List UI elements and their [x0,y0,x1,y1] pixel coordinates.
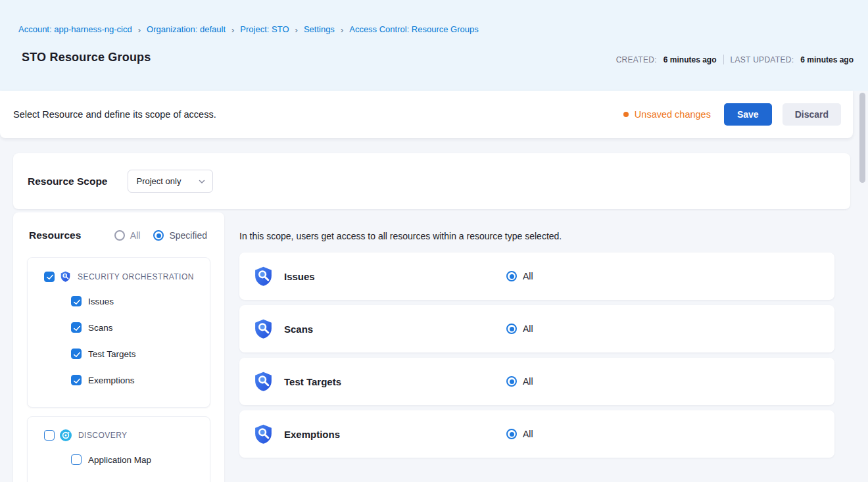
access-all-label: All [523,324,533,334]
unsaved-changes-dot-icon [623,112,629,117]
discovery-icon [60,429,72,441]
created-label: CREATED: [616,55,657,64]
sto-shield-icon [253,318,274,340]
vertical-scrollbar-thumb[interactable] [859,93,865,183]
breadcrumb: Account: app-harness-ng-cicd Organizatio… [18,24,479,34]
resource-row-label: Exemptions [284,429,340,440]
scans-checkbox[interactable] [71,322,82,333]
access-all-radio[interactable] [506,324,517,334]
mode-specified-radio[interactable] [153,230,164,241]
application-map-checkbox[interactable] [71,454,82,465]
discovery-checkbox[interactable] [44,430,55,441]
access-all-label: All [523,376,533,387]
access-all-option[interactable]: All [506,271,533,281]
mode-specified-label: Specified [169,230,207,241]
access-all-label: All [523,429,533,439]
resource-scope-card: Resource Scope Project only [13,153,850,209]
resource-scope-value: Project only [136,176,181,186]
mode-all-option[interactable]: All [114,230,141,241]
mode-all-radio[interactable] [114,230,125,241]
issues-checkbox[interactable] [71,296,82,306]
access-all-option[interactable]: All [506,324,533,334]
resource-row-issues: Issues All [239,253,834,300]
mode-all-label: All [130,230,141,241]
group-name: DISCOVERY [78,431,128,440]
access-all-label: All [523,271,533,281]
breadcrumb-account-link[interactable]: Account: app-harness-ng-cicd [18,24,132,34]
resources-sidebar: Resources All Specified SECURITY ORCHEST… [13,212,224,482]
access-all-radio[interactable] [506,376,517,387]
unsaved-changes-text: Unsaved changes [635,109,711,120]
sto-shield-icon [253,423,274,445]
resources-mode-radio-group: All Specified [114,230,207,241]
security-orchestration-checkbox[interactable] [44,272,55,282]
resource-item-test-targets[interactable]: Test Targets [71,341,203,367]
resource-row-scans: Scans All [239,305,834,352]
breadcrumb-separator-icon [341,25,343,34]
resource-group-security-orchestration: SECURITY ORCHESTRATION Issues Scans Test… [27,257,210,408]
scope-instruction-text: In this scope, users get access to all r… [239,231,562,241]
mode-specified-option[interactable]: Specified [153,230,207,241]
breadcrumb-organization-link[interactable]: Organization: default [147,24,226,34]
resource-scope-label: Resource Scope [28,176,107,187]
resources-title: Resources [29,229,81,241]
discard-button[interactable]: Discard [783,103,841,126]
breadcrumb-resource-groups-link[interactable]: Access Control: Resource Groups [349,24,479,34]
last-updated-label: LAST UPDATED: [731,55,794,64]
group-name: SECURITY ORCHESTRATION [78,272,194,281]
resource-group-discovery: DISCOVERY Application Map [27,416,210,482]
exemptions-checkbox[interactable] [71,375,82,385]
breadcrumb-project-link[interactable]: Project: STO [240,24,289,34]
last-updated-value: 6 minutes ago [800,55,854,64]
resource-row-exemptions: Exemptions All [239,410,834,458]
item-label: Test Targets [88,349,136,359]
resource-item-exemptions[interactable]: Exemptions [71,367,203,393]
resource-item-application-map[interactable]: Application Map [71,446,203,473]
resource-item-scans[interactable]: Scans [71,314,203,341]
sto-shield-icon [253,265,274,287]
resource-row-label: Test Targets [284,376,341,387]
resource-row-test-targets: Test Targets All [239,358,834,405]
test-targets-checkbox[interactable] [71,349,82,359]
chevron-down-icon [198,178,206,185]
item-label: Exemptions [88,375,135,385]
page-header: Account: app-harness-ng-cicd Organizatio… [0,0,868,91]
breadcrumb-separator-icon [295,25,298,34]
resource-scope-select[interactable]: Project only [128,170,213,193]
page-title: STO Resource Groups [22,51,151,64]
breadcrumb-separator-icon [138,25,141,34]
item-label: Application Map [88,455,151,465]
resource-item-issues[interactable]: Issues [71,288,203,314]
resource-row-label: Scans [284,324,313,335]
item-label: Issues [88,297,114,306]
item-label: Scans [88,323,113,333]
breadcrumb-separator-icon [231,25,234,34]
access-all-option[interactable]: All [506,376,533,387]
access-all-radio[interactable] [506,271,517,281]
sto-shield-icon [253,370,274,393]
timestamps: CREATED: 6 minutes ago LAST UPDATED: 6 m… [616,55,854,64]
save-button[interactable]: Save [724,103,772,126]
toolbar: Select Resource and define its scope of … [0,91,853,138]
resource-row-label: Issues [284,271,315,282]
sto-shield-icon [60,270,71,283]
toolbar-description: Select Resource and define its scope of … [13,109,216,120]
meta-divider [723,55,724,64]
breadcrumb-settings-link[interactable]: Settings [304,24,335,34]
created-value: 6 minutes ago [663,55,717,64]
access-all-radio[interactable] [506,429,517,439]
access-all-option[interactable]: All [506,429,533,439]
